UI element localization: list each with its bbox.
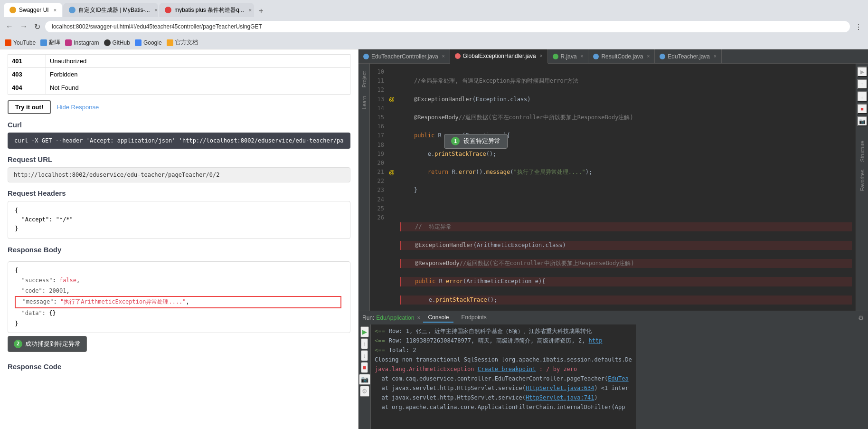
tab-close-GlobalExceptionHandler[interactable]: ×: [540, 53, 543, 58]
run-tab-bar: Run: EduApplication × Console Endpoints …: [359, 311, 868, 324]
tab-close-EduTeacherController[interactable]: ×: [442, 54, 445, 59]
address-bar-row: ← → ↻ ⋮: [0, 17, 868, 36]
run-app-name: EduApplication: [376, 315, 414, 321]
tool-down-btn[interactable]: ↓: [857, 91, 868, 102]
curl-box: curl -X GET --header 'Accept: applicatio…: [8, 133, 350, 149]
run-stop-btn[interactable]: ■: [361, 362, 368, 373]
ide-tab-ResultCode[interactable]: ResultCode.java ×: [588, 49, 655, 64]
github-icon: [104, 39, 111, 46]
run-settings-button[interactable]: ⚙: [858, 314, 864, 322]
forward-button[interactable]: →: [18, 20, 29, 33]
gutter-20: [387, 159, 396, 168]
ln-16: 16: [374, 122, 384, 131]
run-app-close[interactable]: ×: [417, 315, 420, 321]
code-line-19: @ExceptionHandler(ArithmeticException.cl…: [400, 241, 852, 250]
bookmark-google[interactable]: Google: [135, 39, 162, 46]
response-code-title: Response Code: [8, 362, 350, 371]
create-breakpoint-link[interactable]: Create breakpoint: [478, 366, 536, 372]
code-line-14: e.printStackTrace();: [400, 150, 852, 159]
httpservlet-link-1[interactable]: HttpServlet.java:634: [526, 385, 594, 391]
instagram-icon: [65, 39, 72, 46]
gutter-10: [387, 67, 396, 76]
rb-line-5: "data": {}: [15, 308, 343, 319]
run-settings2-btn[interactable]: ⚙: [360, 386, 369, 397]
tab-bar: Swagger UI × 自定义ID生成器 | MyBatis-... × my…: [0, 0, 868, 17]
ide-code-area: 10 11 12 13 14 15 16 17 18 19 20 21 22 2…: [370, 64, 856, 311]
tab-close-R[interactable]: ×: [581, 54, 584, 59]
ln-18: 18: [374, 141, 384, 150]
bookmark-youtube[interactable]: YouTube: [5, 39, 36, 46]
tab-close-mybatis-plus[interactable]: ×: [249, 7, 252, 13]
tool-stop-btn[interactable]: ■: [857, 104, 868, 114]
refresh-button[interactable]: ↻: [32, 20, 42, 33]
tab-swagger[interactable]: Swagger UI ×: [4, 3, 62, 17]
sidebar-label-learn[interactable]: Learn: [360, 93, 368, 112]
tool-up-btn[interactable]: ↑: [857, 79, 868, 89]
arrow-3: <==: [375, 346, 385, 354]
status-404: 404: [8, 81, 46, 95]
address-bar[interactable]: [45, 21, 850, 32]
ide-tab-GlobalExceptionHandler[interactable]: GlobalExceptionHandler.java ×: [450, 49, 548, 64]
gutter-14: [387, 104, 396, 113]
bookmark-youtube-label: YouTube: [13, 39, 36, 46]
code-line-16: }: [400, 186, 852, 195]
console-area[interactable]: <== Row: 1, 张三, 近年主持国家自然科学基金（6项）、江苏省重大科技…: [371, 324, 636, 429]
gutter: @ @: [387, 64, 396, 311]
sidebar-label-favorites[interactable]: Favorites: [859, 167, 866, 194]
arrow-2: <==: [375, 336, 385, 345]
ide-tab-EduTeacher[interactable]: EduTeacher.java ×: [655, 49, 722, 64]
bookmark-instagram[interactable]: Instagram: [65, 39, 99, 46]
run-play-btn[interactable]: ▶: [360, 326, 369, 337]
sidebar-label-project[interactable]: Project: [360, 68, 368, 90]
code-content[interactable]: //全局异常处理, 当遇见Exception异常的时候调用error方法 @Ex…: [396, 64, 856, 311]
tab-close-swagger[interactable]: ×: [54, 7, 57, 13]
new-tab-button[interactable]: +: [255, 5, 267, 17]
bookmark-github[interactable]: GitHub: [104, 39, 130, 46]
tab-close-EduTeacher[interactable]: ×: [714, 54, 717, 59]
bookmark-translate[interactable]: 翻译: [40, 38, 60, 47]
ln-23: 23: [374, 186, 384, 195]
back-button[interactable]: ←: [4, 20, 15, 33]
sidebar-label-structure[interactable]: Structure: [859, 138, 866, 165]
run-tab-endpoints[interactable]: Endpoints: [456, 313, 491, 323]
request-headers-box: { "Accept": "*/*"}: [8, 201, 350, 239]
console-link-2[interactable]: http: [589, 337, 603, 344]
try-it-button[interactable]: Try it out!: [8, 100, 51, 114]
http-status-table: 401 Unauthorized 403 Forbidden 404 Not F…: [8, 54, 350, 95]
tab-close-ResultCode[interactable]: ×: [647, 54, 650, 59]
tab-close-mybatis-id[interactable]: ×: [155, 7, 158, 13]
hide-response-link[interactable]: Hide Response: [57, 104, 99, 111]
ln-12: 12: [374, 86, 384, 95]
ide-left-sidebar: Project Learn: [359, 64, 370, 311]
gutter-25: [387, 204, 396, 213]
tool-camera-btn[interactable]: 📷: [857, 116, 868, 126]
run-tab-console[interactable]: Console: [423, 313, 453, 323]
main-content: 401 Unauthorized 403 Forbidden 404 Not F…: [0, 49, 868, 429]
ide-tab-EduTeacherController[interactable]: EduTeacherController.java ×: [359, 49, 450, 64]
httpservlet-link-2[interactable]: HttpServlet.java:741: [526, 394, 594, 401]
run-photo-btn[interactable]: 📷: [359, 374, 370, 385]
gutter-18: [387, 141, 396, 150]
ln-20: 20: [374, 159, 384, 168]
run-up-btn[interactable]: ↑: [361, 338, 368, 349]
tooltip2-num: 2: [14, 340, 22, 348]
console-line-8: at javax.servlet.http.HttpServlet.servic…: [375, 393, 632, 402]
bookmark-docs[interactable]: 官方文档: [167, 38, 198, 47]
table-row: 401 Unauthorized: [8, 55, 350, 68]
tool-run-btn[interactable]: ▶: [857, 67, 868, 77]
status-401-desc: Unauthorized: [46, 55, 350, 68]
ln-21: 21: [374, 168, 384, 177]
tab-mybatis-id[interactable]: 自定义ID生成器 | MyBatis-... ×: [63, 3, 158, 17]
code-line-20: @ResponseBody//返回数据(它不在controller中所以要加上R…: [400, 259, 852, 268]
gutter-13: @: [387, 95, 396, 104]
tooltip2-area: 2 成功捕捉到特定异常: [8, 336, 350, 352]
tab-mybatis-plus[interactable]: mybatis plus 条件构造器q... ×: [159, 3, 254, 17]
status-401: 401: [8, 55, 46, 68]
gutter-12: [387, 86, 396, 95]
menu-button[interactable]: ⋮: [853, 20, 864, 33]
ide-tab-R[interactable]: R.java ×: [548, 49, 589, 64]
gutter-19: [387, 150, 396, 159]
run-down-btn[interactable]: ↓: [361, 350, 368, 361]
edu-teacher-link[interactable]: EduTea: [608, 375, 628, 382]
ide-right-tools: ▶ ↑ ↓ ■ 📷 Structure Favorites: [856, 64, 868, 311]
